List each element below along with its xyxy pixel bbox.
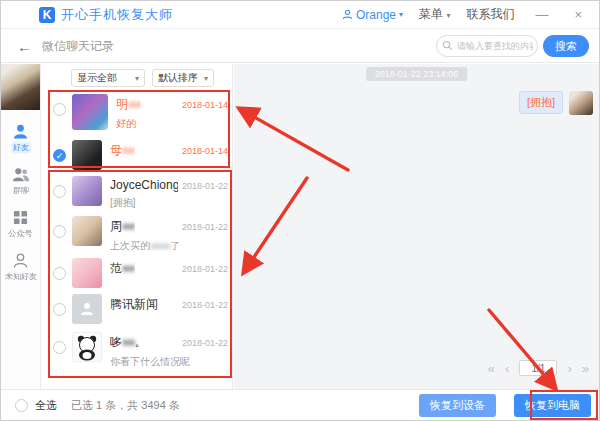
chat-bubble: [拥抱]	[519, 91, 563, 114]
contact-name: JoyceChiong	[110, 178, 178, 192]
chat-sender-avatar	[569, 91, 593, 115]
minimize-button[interactable]: —	[530, 7, 553, 22]
grid-icon	[13, 210, 28, 225]
prev-page-button[interactable]: ‹	[505, 361, 509, 376]
chevron-down-icon: ▾	[135, 74, 139, 83]
contact-checkbox[interactable]	[53, 185, 66, 198]
app-window: K 开心手机恢复大师 Orange ▾ 菜单 ▾ 联系我们 — × ← 微信聊天…	[0, 0, 600, 421]
next-page-button[interactable]: ›	[567, 361, 571, 376]
censored-text: ●●	[122, 335, 135, 349]
sub-header: ← 微信聊天记录 搜索	[1, 30, 599, 63]
selection-info: 已选 1 条，共 3494 条	[71, 398, 180, 413]
user-name: Orange	[356, 8, 396, 22]
search-button[interactable]: 搜索	[543, 35, 589, 57]
sort-dropdown[interactable]: 默认排序 ▾	[152, 69, 214, 87]
page-title: 微信聊天记录	[42, 38, 114, 55]
sidebar-item-unknown-friends[interactable]: 未知好友	[1, 253, 40, 283]
contact-date: 2018-01-14	[182, 146, 228, 156]
sidebar-item-label: 公众号	[8, 228, 32, 240]
contact-row[interactable]: ✓ 母●● 2018-01-14	[51, 140, 228, 170]
contact-us-link[interactable]: 联系我们	[466, 6, 514, 23]
page-indicator[interactable]: 1/1	[519, 360, 557, 376]
message-text: 了	[170, 240, 180, 251]
chat-preview-panel: 2018-01-22 23:14:06 [拥抱] « ‹ 1/1 › »	[234, 64, 599, 389]
last-page-button[interactable]: »	[582, 361, 589, 376]
contact-row[interactable]: 腾讯新闻 2018-01-22	[51, 294, 228, 324]
footer-bar: 全选 已选 1 条，共 3494 条 恢复到设备 恢复到电脑	[1, 389, 599, 420]
censored-text: ●●	[122, 219, 135, 233]
contact-avatar	[72, 176, 102, 206]
unknown-friend-icon	[12, 253, 29, 268]
contact-date: 2018-01-22	[182, 300, 228, 310]
group-chat-icon	[12, 167, 30, 182]
contact-checkbox-checked[interactable]: ✓	[53, 149, 66, 162]
contact-checkbox[interactable]	[53, 103, 66, 116]
app-logo-icon: K	[39, 7, 55, 23]
contact-row[interactable]: JoyceChiong 2018-01-22 [拥抱]	[51, 176, 228, 210]
left-sidebar: 好友 群聊 公众号 未知好友	[1, 64, 41, 389]
sidebar-item-label: 好友	[11, 142, 31, 154]
chat-timestamp: 2018-01-22 23:14:06	[366, 67, 468, 81]
contact-name: 腾讯新闻	[110, 296, 158, 313]
panda-avatar-icon	[73, 333, 101, 361]
contact-list-panel: 显示全部 ▾ 默认排序 ▾ 明●● 2018-01-14 好的 ✓	[41, 64, 233, 389]
contact-name: 哆	[110, 335, 122, 349]
censored-text: ●●	[122, 261, 135, 275]
back-button[interactable]: ←	[17, 38, 32, 55]
sidebar-item-groups[interactable]: 群聊	[1, 167, 40, 197]
contact-last-message: 你看下什么情况呢	[110, 355, 228, 369]
filter-dropdown[interactable]: 显示全部 ▾	[71, 69, 145, 87]
filter-dropdown-value: 显示全部	[77, 71, 117, 85]
contact-avatar	[72, 140, 102, 170]
sidebar-item-official-accounts[interactable]: 公众号	[1, 210, 40, 240]
user-account-menu[interactable]: Orange ▾	[342, 8, 403, 22]
sort-dropdown-value: 默认排序	[158, 71, 198, 85]
recover-to-computer-button[interactable]: 恢复到电脑	[514, 394, 591, 417]
contact-avatar	[72, 258, 102, 288]
censored-text: ●●	[122, 143, 135, 157]
contact-row[interactable]: 哆●●。 2018-01-22 你看下什么情况呢	[51, 332, 228, 369]
censored-text: ●●	[128, 97, 141, 111]
chevron-down-icon: ▾	[399, 10, 403, 19]
contact-checkbox[interactable]	[53, 303, 66, 316]
contact-last-message: [拥抱]	[110, 196, 228, 210]
chevron-down-icon: ▾	[446, 11, 450, 20]
contact-name: 范	[110, 261, 122, 275]
sidebar-item-label: 未知好友	[4, 271, 36, 283]
close-button[interactable]: ×	[569, 7, 587, 22]
menu-dropdown[interactable]: 菜单 ▾	[419, 6, 450, 23]
contact-date: 2018-01-22	[182, 181, 228, 191]
contact-checkbox[interactable]	[53, 225, 66, 238]
contact-date: 2018-01-14	[182, 100, 228, 110]
contact-avatar	[72, 94, 108, 130]
contact-checkbox[interactable]	[53, 267, 66, 280]
contact-name: 明	[116, 97, 128, 111]
contact-row[interactable]: 范●● 2018-01-22	[51, 258, 228, 288]
recover-to-device-button[interactable]: 恢复到设备	[419, 394, 496, 417]
contact-last-message: 好的	[116, 117, 228, 131]
sidebar-item-friends[interactable]: 好友	[1, 124, 40, 154]
first-page-button[interactable]: «	[488, 361, 495, 376]
select-all-checkbox[interactable]	[15, 399, 28, 412]
pagination: « ‹ 1/1 › »	[488, 360, 589, 376]
message-text: 上次买的	[110, 240, 150, 251]
contact-avatar	[72, 216, 102, 246]
user-icon	[342, 9, 353, 20]
friend-icon	[12, 124, 29, 139]
chevron-down-icon: ▾	[204, 74, 208, 83]
contact-row[interactable]: 明●● 2018-01-14 好的	[51, 94, 228, 131]
contact-avatar	[72, 332, 102, 362]
title-bar: K 开心手机恢复大师 Orange ▾ 菜单 ▾ 联系我们 — ×	[1, 1, 599, 29]
contact-date: 2018-01-22	[182, 338, 228, 348]
sidebar-item-label: 群聊	[12, 185, 28, 197]
search-icon	[442, 40, 453, 51]
contact-checkbox[interactable]	[53, 341, 66, 354]
contact-avatar	[72, 294, 102, 324]
chat-message-row: [拥抱]	[519, 91, 593, 115]
user-avatar[interactable]	[1, 64, 40, 110]
contact-date: 2018-01-22	[182, 222, 228, 232]
contact-last-message: 上次买的●●●●了	[110, 239, 228, 253]
select-all-label[interactable]: 全选	[35, 398, 57, 413]
contact-row[interactable]: 周●● 2018-01-22 上次买的●●●●了	[51, 216, 228, 253]
app-title: 开心手机恢复大师	[61, 6, 173, 24]
